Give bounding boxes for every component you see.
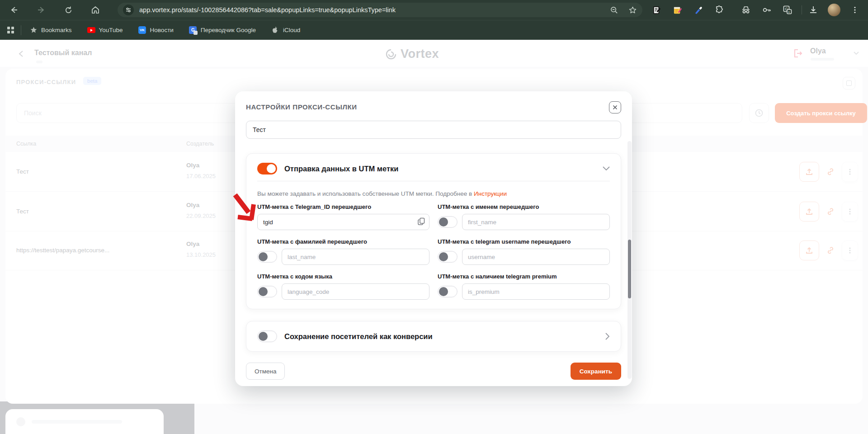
translate-page-icon[interactable]: Gx xyxy=(781,3,794,17)
instructions-link[interactable]: Инструкции xyxy=(474,190,507,197)
chevron-down-icon[interactable] xyxy=(603,166,610,171)
bookmark-icloud[interactable]: iCloud xyxy=(271,26,300,34)
extension-sticky-note-icon[interactable] xyxy=(670,3,684,17)
password-key-icon[interactable] xyxy=(760,3,774,17)
close-button[interactable] xyxy=(609,101,621,113)
modal-title: НАСТРОЙКИ ПРОКСИ-ССЫЛКИ xyxy=(246,101,357,111)
zoom-out-icon[interactable] xyxy=(610,6,618,14)
svg-text:x: x xyxy=(788,10,790,14)
username-input[interactable] xyxy=(462,249,610,265)
profile-avatar[interactable] xyxy=(827,3,841,17)
extension-notes-icon[interactable] xyxy=(650,3,663,17)
utm-field-language-code: UTM-метка с кодом языка xyxy=(257,273,429,300)
browser-menu-icon[interactable] xyxy=(848,3,862,17)
section-divider xyxy=(257,181,610,181)
bookmark-label: Новости xyxy=(150,27,174,33)
bookmark-label: iCloud xyxy=(283,27,300,33)
modal-scrollbar[interactable] xyxy=(627,141,632,379)
field-label: UTM-метка с наличием telegram premium xyxy=(438,273,610,280)
bookmark-bookmarks[interactable]: Bookmarks xyxy=(29,26,72,34)
forward-icon[interactable] xyxy=(33,2,49,18)
downloads-icon[interactable] xyxy=(807,3,820,17)
field-label: UTM-метка с Telegram_ID перешедшего xyxy=(257,203,429,210)
utm-settings-card: Отправка данных в UTM метки Вы можете за… xyxy=(246,153,621,309)
site-settings-icon[interactable] xyxy=(123,5,134,15)
bookmark-news[interactable]: VK Новости xyxy=(138,26,174,34)
address-bar[interactable]: app.vortex.pro/stats/-1002856442086?tab=… xyxy=(118,3,642,17)
link-name-input[interactable] xyxy=(246,121,621,139)
utm-field-last-name: UTM-метка с фамилией перешедшего xyxy=(257,238,429,265)
proxy-link-settings-modal: НАСТРОЙКИ ПРОКСИ-ССЫЛКИ Отправка данных … xyxy=(235,91,632,386)
home-icon[interactable] xyxy=(88,2,103,18)
language-code-toggle[interactable] xyxy=(257,286,277,297)
bookmark-youtube[interactable]: YouTube xyxy=(87,26,123,34)
conversion-toggle[interactable] xyxy=(257,330,277,342)
language-code-input[interactable] xyxy=(282,283,429,300)
extension-eyedropper-icon[interactable] xyxy=(691,3,705,17)
vk-icon: VK xyxy=(138,26,146,34)
utm-section-title: Отправка данных в UTM метки xyxy=(284,165,595,173)
bookmark-label: Переводчик Google xyxy=(201,27,256,33)
conversion-card[interactable]: Сохранение посетителей как конверсии xyxy=(246,321,621,352)
bookmark-google-translate[interactable]: G Переводчик Google xyxy=(189,26,256,34)
chevron-right-icon[interactable] xyxy=(605,333,610,340)
last-name-input[interactable] xyxy=(282,249,429,265)
copy-icon[interactable] xyxy=(418,217,425,226)
bookmark-label: Bookmarks xyxy=(41,27,72,33)
save-button[interactable]: Сохранить xyxy=(571,363,621,380)
utm-info-text: Вы можете задавать и использовать собств… xyxy=(257,190,474,197)
modal-scrollbar-thumb[interactable] xyxy=(628,240,631,298)
field-label: UTM-метка с фамилией перешедшего xyxy=(257,238,429,245)
browser-toolbar: app.vortex.pro/stats/-1002856442086?tab=… xyxy=(0,0,868,20)
incognito-icon[interactable] xyxy=(739,3,753,17)
field-label: UTM-метка с telegram username перешедшег… xyxy=(438,238,610,245)
utm-field-is-premium: UTM-метка с наличием telegram premium xyxy=(438,273,610,300)
youtube-icon xyxy=(87,26,95,34)
first-name-toggle[interactable] xyxy=(438,216,458,228)
utm-field-first-name: UTM-метка с именем перешедшего xyxy=(438,203,610,230)
tgid-input[interactable] xyxy=(257,214,429,230)
utm-field-username: UTM-метка с telegram username перешедшег… xyxy=(438,238,610,265)
apps-grid-icon[interactable] xyxy=(6,26,14,34)
annotation-arrow xyxy=(231,193,261,225)
bookmarks-bar: Bookmarks YouTube VK Новости G Переводчи… xyxy=(0,20,868,40)
reload-icon[interactable] xyxy=(61,2,76,18)
conversion-section-title: Сохранение посетителей как конверсии xyxy=(284,332,598,341)
bookmark-star-icon[interactable] xyxy=(628,6,637,14)
back-icon[interactable] xyxy=(6,2,22,18)
username-toggle[interactable] xyxy=(438,251,458,263)
bookmark-label: YouTube xyxy=(99,27,123,33)
field-label: UTM-метка с кодом языка xyxy=(257,273,429,280)
url-text[interactable]: app.vortex.pro/stats/-1002856442086?tab=… xyxy=(139,6,610,14)
bookmarks-divider xyxy=(21,25,21,35)
extensions-puzzle-icon[interactable] xyxy=(712,3,726,17)
last-name-toggle[interactable] xyxy=(257,251,277,263)
apple-icon xyxy=(271,26,279,34)
star-icon xyxy=(29,26,38,34)
is-premium-toggle[interactable] xyxy=(438,286,458,297)
cancel-button[interactable]: Отмена xyxy=(246,363,285,380)
toolbar-divider xyxy=(802,5,802,14)
utm-field-tgid: UTM-метка с Telegram_ID перешедшего xyxy=(257,203,429,230)
google-translate-icon: G xyxy=(189,26,197,34)
first-name-input[interactable] xyxy=(462,214,610,230)
is-premium-input[interactable] xyxy=(462,283,610,300)
utm-toggle[interactable] xyxy=(257,163,277,175)
field-label: UTM-метка с именем перешедшего xyxy=(438,203,610,210)
